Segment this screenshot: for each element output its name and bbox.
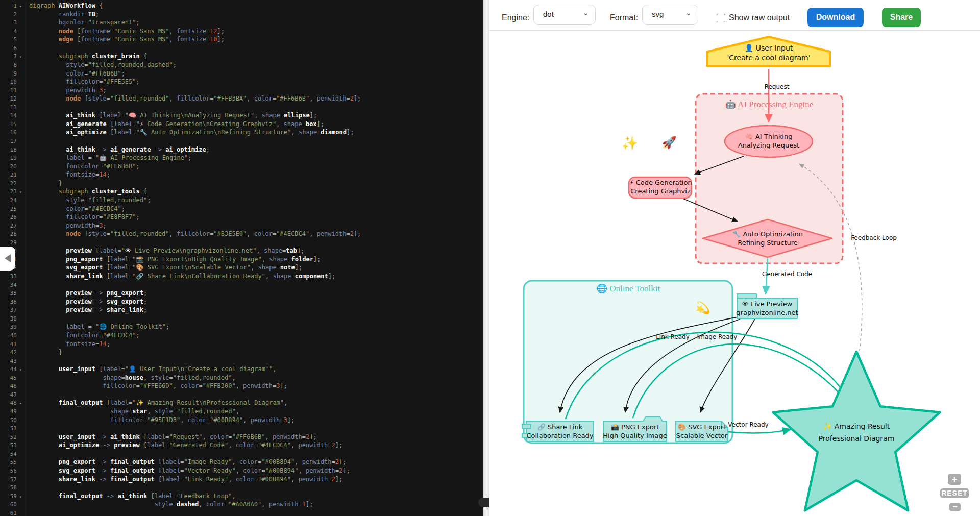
line-number: 21	[0, 171, 17, 180]
code-line[interactable]: 33 share_link [label="🔗 Share Link\nColl…	[0, 272, 483, 281]
code-line[interactable]: 24 style="filled,rounded";	[0, 196, 483, 205]
code-line[interactable]: 30 preview [label="👁 Live Preview\ngraph…	[0, 247, 483, 255]
zoom-out-button[interactable]: −	[949, 503, 961, 511]
code-line[interactable]: 47	[0, 390, 483, 399]
code-line[interactable]: 57 share_link -> final_output [label="Li…	[0, 475, 483, 484]
code-line[interactable]: 56 svg_export -> final_output [label="Ve…	[0, 466, 483, 475]
code-line[interactable]: 6	[0, 44, 483, 53]
format-value: svg	[652, 10, 664, 18]
code-line[interactable]: 3 bgcolor="transparent";	[0, 18, 483, 27]
code-line[interactable]: 41 fontsize=14;	[0, 340, 483, 349]
line-number: 50	[0, 416, 17, 425]
code-line[interactable]: 10 fillcolor="#FFE5E5";	[0, 78, 483, 86]
code-line[interactable]: 43	[0, 357, 483, 365]
component-tab-icon	[522, 433, 531, 437]
code-line[interactable]: 26 fillcolor="#E8F8F7";	[0, 213, 483, 222]
code-line[interactable]: 60 style=dashed, color="#A0A0A0", penwid…	[0, 500, 483, 509]
line-number: 42	[0, 349, 17, 357]
code-line[interactable]: 55 png_export -> final_output [label="Im…	[0, 458, 483, 466]
engine-select[interactable]: dot ⌄	[533, 5, 596, 25]
code-line[interactable]: 52 user_input -> ai_think [label="Reques…	[0, 433, 483, 441]
line-number: 33	[0, 273, 17, 281]
node-user-input	[707, 37, 830, 66]
line-number: 24	[0, 196, 17, 205]
code-line[interactable]: 38	[0, 314, 483, 323]
code-line[interactable]: 5 edge [fontname="Comic Sans MS", fontsi…	[0, 35, 483, 44]
chevron-down-icon: ⌄	[685, 8, 692, 17]
code-line[interactable]: 15 ai_generate [label="⚡ Code Generation…	[0, 120, 483, 129]
code-line[interactable]: 12 node [style="filled,rounded", fillcol…	[0, 94, 483, 103]
code-line[interactable]: 32 svg_export [label="🎨 SVG Export\nScal…	[0, 263, 483, 272]
line-number: 26	[0, 213, 17, 222]
code-line[interactable]: 58	[0, 483, 483, 492]
code-line[interactable]: 9 color="#FF6B6B";	[0, 69, 483, 78]
line-number: 54	[0, 450, 17, 459]
code-line[interactable]: 39 label = "🌐 Online Toolkit";	[0, 323, 483, 331]
code-line[interactable]: 20 fontcolor="#FF6B6B";	[0, 162, 483, 171]
code-line[interactable]: 51	[0, 424, 483, 433]
code-line[interactable]: 35 preview -> png_export;	[0, 289, 483, 298]
code-line[interactable]: 13	[0, 103, 483, 112]
code-line[interactable]: 11 penwidth=3;	[0, 86, 483, 95]
code-line[interactable]: 28 node [style="filled,rounded", fillcol…	[0, 230, 483, 238]
code-line[interactable]: 18 ai_think -> ai_generate -> ai_optimiz…	[0, 145, 483, 154]
code-line[interactable]: 59▾ final_output -> ai_think [label="Fee…	[0, 492, 483, 501]
code-line[interactable]: 46 fillcolor="#FFE66D", color="#FFB300",…	[0, 382, 483, 390]
line-number: 53	[0, 441, 17, 450]
code-line[interactable]: 50 fillcolor="#95E1D3", color="#00B894",…	[0, 416, 483, 425]
code-line[interactable]: 17	[0, 137, 483, 145]
zoom-reset-button[interactable]: RESET	[940, 488, 969, 498]
panel-splitter[interactable]	[483, 0, 489, 516]
show-raw-checkbox[interactable]	[717, 14, 725, 22]
code-line[interactable]: 44▾ user_input [label="👤 User Input\n'Cr…	[0, 365, 483, 374]
graph-svg	[489, 31, 980, 516]
line-number: 27	[0, 222, 17, 231]
code-line[interactable]: 49 shape=star, style="filled,rounded",	[0, 407, 483, 416]
code-line[interactable]: 40 fontcolor="#4ECDC4";	[0, 331, 483, 340]
code-line[interactable]: 37 preview -> share_link;	[0, 306, 483, 314]
code-line[interactable]: 14 ai_think [label="🧠 AI Thinking\nAnaly…	[0, 111, 483, 120]
code-line[interactable]: 8 style="filled,rounded,dashed";	[0, 61, 483, 69]
line-number: 51	[0, 425, 17, 433]
code-line[interactable]: 31 png_export [label="📸 PNG Export\nHigh…	[0, 255, 483, 264]
line-number: 20	[0, 163, 17, 171]
line-number: 55	[0, 458, 17, 467]
code-line[interactable]: 19 label = "🤖 AI Processing Engine";	[0, 154, 483, 162]
line-number: 47	[0, 391, 17, 400]
line-number: 40	[0, 332, 17, 340]
line-number: 41	[0, 340, 17, 349]
share-button[interactable]: Share	[882, 8, 921, 27]
code-line[interactable]: 1▾digraph AIWorkflow {	[0, 2, 483, 10]
zoom-in-button[interactable]: +	[948, 474, 961, 485]
code-line[interactable]: 23▾ subgraph cluster_tools {	[0, 187, 483, 196]
format-label: Format:	[610, 13, 638, 22]
code-line[interactable]: 54	[0, 450, 483, 458]
edge-svg-to-final	[728, 429, 791, 433]
code-line[interactable]: 25 color="#4ECDC4";	[0, 205, 483, 213]
code-line[interactable]: 36 preview -> svg_export;	[0, 298, 483, 306]
code-line[interactable]: 61	[0, 509, 483, 516]
code-line[interactable]: 45 shape=house, style="filled,rounded",	[0, 374, 483, 382]
code-line[interactable]: 42 }	[0, 348, 483, 357]
collapse-editor-button[interactable]	[0, 247, 15, 271]
code-line[interactable]: 34	[0, 281, 483, 289]
code-line[interactable]: 53 ai_optimize -> preview [label="Genera…	[0, 441, 483, 450]
code-line[interactable]: 27 penwidth=3;	[0, 222, 483, 230]
code-line[interactable]: 16 ai_optimize [label="🔧 Auto Optimizati…	[0, 128, 483, 137]
line-number: 15	[0, 120, 17, 129]
code-line[interactable]: 4 node [fontname="Comic Sans MS", fontsi…	[0, 27, 483, 36]
dot-source-editor[interactable]: 1▾digraph AIWorkflow {2 rankdir=TB;3 bgc…	[0, 0, 483, 516]
code-lines[interactable]: 1▾digraph AIWorkflow {2 rankdir=TB;3 bgc…	[0, 0, 483, 516]
code-line[interactable]: 48▾ final_output [label="✨ Amazing Resul…	[0, 399, 483, 407]
code-line[interactable]: 2 rankdir=TB;	[0, 10, 483, 19]
code-line[interactable]: 21 fontsize=14;	[0, 170, 483, 179]
show-raw-label[interactable]: Show raw output	[729, 13, 790, 22]
code-line[interactable]: 22 }	[0, 179, 483, 188]
line-number: 48	[0, 399, 17, 408]
line-number: 11	[0, 87, 17, 95]
format-select[interactable]: svg ⌄	[642, 5, 698, 25]
download-button[interactable]: Download	[807, 8, 864, 27]
code-line[interactable]: 29	[0, 238, 483, 247]
code-line[interactable]: 7▾ subgraph cluster_brain {	[0, 52, 483, 61]
line-number: 7	[0, 53, 17, 61]
